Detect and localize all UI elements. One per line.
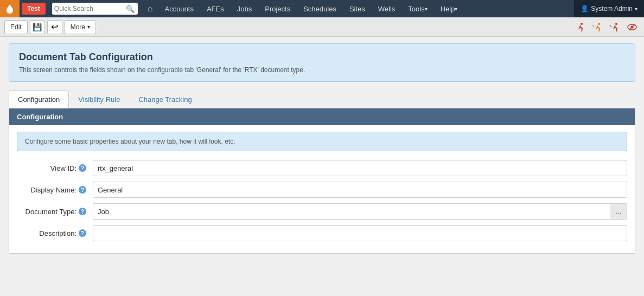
tab-configuration[interactable]: Configuration [9,91,69,108]
nav-schedules[interactable]: Schedules [297,0,343,17]
tab-bar: Configuration Visibility Rule Change Tra… [9,91,635,108]
view-id-input[interactable] [93,160,627,176]
document-type-row: Document Type: ? ... [17,203,627,220]
svg-point-3 [615,23,617,25]
configuration-panel: Configuration Configure some basic prope… [9,108,635,254]
display-name-input[interactable] [93,182,627,198]
environment-badge: Test [22,3,46,15]
more-arrow-icon: ▾ [87,24,90,30]
edit-button[interactable]: Edit [4,20,28,34]
document-type-input[interactable] [93,203,610,220]
document-type-help-icon[interactable]: ? [79,208,86,215]
svg-point-0 [581,23,583,25]
search-input[interactable] [54,5,125,12]
tab-change-tracking[interactable]: Change Tracking [129,91,201,108]
view-id-label: View ID: ? [17,164,93,172]
display-name-row: Display Name: ? [17,182,627,198]
save-icon: 💾 [33,23,42,31]
svg-line-4 [610,25,611,27]
nav-sites[interactable]: Sites [343,0,372,17]
document-type-field-group: ... [93,203,627,220]
description-input[interactable] [93,225,627,241]
section-body: Configure some basic properties about yo… [9,125,635,253]
search-button[interactable]: 🔍 [125,5,136,13]
document-type-label: Document Type: ? [17,208,93,216]
content-wrapper: Document Tab Configuration This screen c… [0,37,644,289]
config-info-text: Configure some basic properties about yo… [17,132,627,151]
display-name-label: Display Name: ? [17,186,93,194]
discard-icon: ↩ [51,22,58,32]
user-menu[interactable]: 👤 System Admin [574,0,644,17]
eye-icon[interactable] [624,20,640,34]
display-name-help-icon[interactable]: ? [79,186,86,194]
main-content: Document Tab Configuration This screen c… [0,37,644,260]
user-label: System Admin [591,5,633,12]
page-description: This screen controls the fields shown on… [19,66,625,74]
save-button[interactable]: 💾 [30,20,45,34]
description-help-icon[interactable]: ? [79,229,86,237]
nav-jobs[interactable]: Jobs [231,0,258,17]
section-header: Configuration [9,108,635,125]
nav-tools[interactable]: Tools [401,0,433,17]
tab-visibility-rule[interactable]: Visibility Rule [69,91,129,108]
top-navbar: Test 🔍 ⌂ Accounts AFEs Jobs Projects Sch… [0,0,644,17]
description-label: Description: ? [17,229,93,237]
user-icon: 👤 [581,5,589,12]
runner-red-icon-2[interactable] [607,20,622,34]
home-link[interactable]: ⌂ [142,4,158,14]
nav-afes[interactable]: AFEs [200,0,231,17]
runner-red-icon-1[interactable] [572,20,588,34]
view-id-help-icon[interactable]: ? [79,164,86,172]
description-row: Description: ? [17,225,627,241]
nav-projects[interactable]: Projects [258,0,297,17]
nav-accounts[interactable]: Accounts [158,0,200,17]
page-title: Document Tab Configuration [19,52,625,63]
nav-menu: Accounts AFEs Jobs Projects Schedules Si… [158,0,574,17]
nav-wells[interactable]: Wells [372,0,402,17]
discard-button[interactable]: ↩ [47,20,62,34]
runner-orange-icon[interactable] [590,20,605,34]
view-id-row: View ID: ? [17,160,627,176]
toolbar-right-icons [572,20,640,34]
more-button[interactable]: More ▾ [65,20,96,34]
more-label: More [71,23,85,31]
brand-logo [0,0,20,17]
toolbar: Edit 💾 ↩ More ▾ [0,17,644,37]
nav-help[interactable]: Help [434,0,464,17]
svg-point-1 [598,23,600,25]
page-info-box: Document Tab Configuration This screen c… [9,43,635,82]
search-box[interactable]: 🔍 [52,3,138,15]
document-type-pick-button[interactable]: ... [610,203,627,220]
svg-line-2 [592,25,594,27]
